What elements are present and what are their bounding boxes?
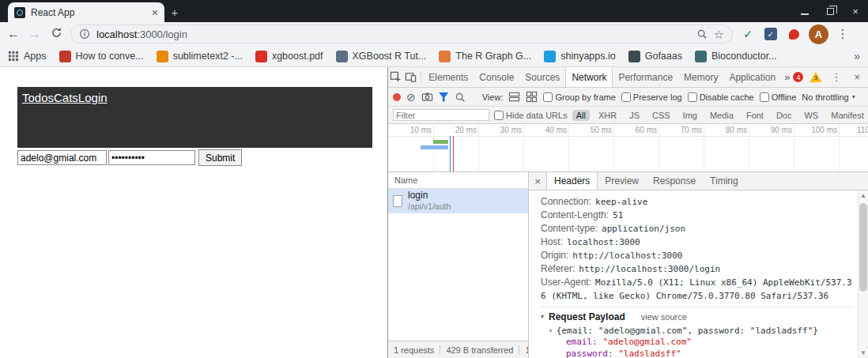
close-button[interactable]: ×: [847, 2, 863, 20]
apps-button[interactable]: Apps: [8, 51, 47, 62]
forward-button[interactable]: →: [28, 28, 42, 40]
profile-avatar[interactable]: A: [809, 24, 828, 44]
scroll-down-icon[interactable]: ▼: [860, 349, 866, 356]
tab-network[interactable]: Network: [565, 67, 613, 87]
device-toolbar-button[interactable]: [403, 67, 418, 87]
warning-count-badge[interactable]: 3: [810, 72, 821, 82]
timeline-request-bar-content: [433, 140, 448, 144]
menu-kebab-icon[interactable]: ⋮: [836, 28, 850, 40]
tab-timing[interactable]: Timing: [703, 172, 745, 190]
tab-headers[interactable]: Headers: [546, 172, 598, 190]
new-tab-button[interactable]: +: [164, 2, 185, 22]
tab-console[interactable]: Console: [474, 67, 519, 87]
bookmark-item[interactable]: sublimetext2 -...: [157, 51, 243, 62]
checkbox-label: Offline: [772, 92, 797, 102]
bookmark-item[interactable]: xgboost.pdf: [255, 51, 323, 62]
extension-check-icon[interactable]: ✓: [740, 26, 756, 42]
tab-elements[interactable]: Elements: [423, 67, 474, 87]
group-by-frame-checkbox[interactable]: Group by frame: [543, 92, 615, 102]
bookmark-item[interactable]: Gofaaas: [628, 51, 682, 62]
filter-input[interactable]: [393, 109, 489, 121]
details-scrollbar[interactable]: ▲ ▼: [858, 190, 868, 358]
bookmark-item[interactable]: shinyapps.io: [544, 51, 616, 62]
bookmark-star-icon[interactable]: ☆: [714, 28, 724, 40]
record-button[interactable]: [393, 93, 401, 101]
password-field[interactable]: [108, 150, 195, 165]
timeline-gridline: [794, 124, 794, 171]
file-icon: [393, 195, 402, 207]
scrollbar-thumb[interactable]: [859, 203, 867, 292]
filter-type-img[interactable]: Img: [679, 110, 701, 121]
tab-close-icon[interactable]: ×: [152, 7, 158, 18]
header-name: User-Agent:: [541, 277, 591, 288]
hide-data-urls-checkbox[interactable]: Hide data URLs: [494, 111, 568, 120]
checkbox-input[interactable]: [621, 92, 631, 102]
bookmarks-overflow-chevron[interactable]: »: [854, 50, 860, 62]
payload-entry: email: "adelo@gmial.com": [541, 337, 852, 348]
checkbox-input[interactable]: [688, 92, 697, 102]
filter-type-doc[interactable]: Doc: [772, 110, 796, 121]
extension-pepper-icon[interactable]: [786, 26, 802, 42]
clear-icon[interactable]: ⊘: [406, 92, 416, 103]
devtools-kebab-icon[interactable]: ⋮: [828, 71, 844, 83]
email-field[interactable]: [17, 150, 107, 165]
view-overview-icon[interactable]: [526, 91, 538, 103]
info-icon[interactable]: [79, 28, 90, 40]
restore-button[interactable]: [822, 2, 838, 20]
triangle-down-icon[interactable]: ▾: [549, 328, 553, 334]
view-source-link[interactable]: view source: [641, 312, 687, 322]
filter-type-media[interactable]: Media: [706, 110, 738, 121]
tab-sources[interactable]: Sources: [519, 67, 565, 87]
preserve-log-checkbox[interactable]: Preserve log: [621, 92, 682, 102]
minimize-button[interactable]: [797, 2, 813, 20]
disable-cache-checkbox[interactable]: Disable cache: [688, 92, 754, 102]
timeline-tick-label: 20 ms: [440, 126, 477, 134]
network-timeline-overview[interactable]: 10 ms 20 ms 30 ms 40 ms 50 ms 60 ms 70 m…: [388, 124, 868, 172]
filter-type-font[interactable]: Font: [742, 110, 768, 121]
payload-section-header[interactable]: ▾ Request Payload view source: [541, 311, 852, 322]
devtools-panel: Elements Console Sources Network Perform…: [387, 67, 868, 358]
tab-application[interactable]: Application: [723, 67, 781, 87]
details-close-icon[interactable]: ×: [529, 172, 546, 190]
checkbox-input[interactable]: [494, 111, 504, 120]
triangle-down-icon[interactable]: ▾: [541, 314, 544, 320]
search-icon[interactable]: [455, 92, 466, 103]
tab-response[interactable]: Response: [646, 172, 703, 190]
submit-button[interactable]: Submit: [198, 149, 242, 166]
filter-type-all[interactable]: All: [572, 110, 590, 121]
request-row[interactable]: login /api/v1/auth: [388, 189, 528, 213]
checkbox-input[interactable]: [543, 92, 553, 102]
more-tabs-chevron[interactable]: »: [781, 67, 793, 87]
inspect-element-button[interactable]: [388, 67, 403, 87]
checkbox-input[interactable]: [760, 92, 769, 102]
filter-type-manifest[interactable]: Manifest: [827, 110, 868, 121]
filter-type-ws[interactable]: WS: [800, 110, 822, 121]
bookmark-item[interactable]: The R Graph G...: [439, 51, 531, 62]
name-column-header[interactable]: Name: [388, 172, 528, 189]
payload-root-line[interactable]: ▾ {email: "adelo@gmial.com", password: "…: [541, 326, 852, 336]
extension-box-icon[interactable]: ✓: [763, 26, 779, 42]
zoom-icon[interactable]: [696, 28, 708, 40]
devtools-close-icon[interactable]: ×: [851, 71, 863, 83]
offline-checkbox[interactable]: Offline: [760, 92, 797, 102]
back-button[interactable]: ←: [6, 28, 21, 40]
bookmark-item[interactable]: Bioconductor...: [695, 51, 777, 62]
filter-type-css[interactable]: CSS: [648, 110, 674, 121]
bookmark-item[interactable]: XGBoost R Tut...: [336, 51, 427, 62]
bookmark-item[interactable]: How to conve...: [59, 51, 144, 62]
browser-tab[interactable]: React App ×: [8, 2, 164, 22]
tab-preview[interactable]: Preview: [598, 172, 646, 190]
screenshot-camera-icon[interactable]: [421, 91, 433, 103]
filter-type-js[interactable]: JS: [625, 110, 643, 121]
tab-memory[interactable]: Memory: [678, 67, 723, 87]
view-rows-icon[interactable]: [508, 91, 520, 103]
throttling-dropdown[interactable]: No throttling▾: [802, 92, 855, 102]
filter-type-xhr[interactable]: XHR: [594, 110, 621, 121]
url-bar[interactable]: localhost:3000/login ☆: [70, 24, 733, 43]
page-title-link[interactable]: TodosCatsLogin: [22, 91, 108, 104]
filter-funnel-icon[interactable]: [439, 92, 449, 102]
reload-button[interactable]: [49, 27, 63, 41]
tab-performance[interactable]: Performance: [613, 67, 678, 87]
scroll-up-icon[interactable]: ▲: [860, 192, 866, 199]
error-count-badge[interactable]: 4: [793, 72, 803, 82]
